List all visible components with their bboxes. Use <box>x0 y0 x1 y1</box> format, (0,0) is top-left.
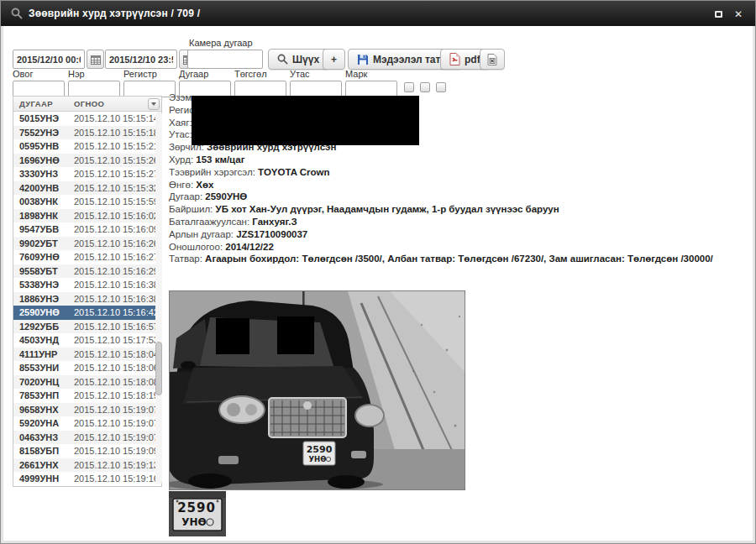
detail-value: 2014/12/22 <box>225 242 274 252</box>
pdf-icon <box>449 53 460 65</box>
datetime-cell: 2015.12.10 15:15:59 <box>74 196 161 207</box>
table-row[interactable]: 4999УНН2015.12.10 15:19:16 <box>13 472 161 486</box>
datetime-cell: 2015.12.10 15:15:14 <box>74 113 161 123</box>
table-row[interactable]: 4503УНД2015.12.10 15:17:53 <box>13 333 161 348</box>
datetime-cell: 2015.12.10 15:16:29 <box>74 266 161 276</box>
maximize-icon <box>715 11 722 18</box>
violation-photo: 2590 УНӨ <box>169 290 465 490</box>
table-row[interactable]: 1898УНК2015.12.10 15:16:02 <box>13 209 161 223</box>
plate-cell: 3330УНЗ <box>13 169 74 179</box>
filter-input-1[interactable] <box>13 81 65 97</box>
calendar-button-from[interactable] <box>87 50 104 69</box>
close-button[interactable]: ✕ <box>732 8 745 21</box>
filter-label-1: Овог <box>13 69 65 79</box>
plate-table-body: 5015УНЭ2015.12.10 15:15:147552УНЭ2015.12… <box>13 112 161 486</box>
datetime-cell: 2015.12.10 15:17:53 <box>74 335 161 345</box>
plate-cell: 2661УНХ <box>13 460 74 470</box>
column-header-plate[interactable]: ДУГААР <box>13 99 74 108</box>
detail-label: Тээврийн хэрэгсэл: <box>169 167 258 177</box>
detail-label: Регис <box>169 105 194 115</box>
plate-cell: 7853УНП <box>13 390 74 400</box>
detail-line: Байршил: УБ хот Хан-Уул дүүрэг, Наадамчд… <box>169 203 752 216</box>
column-menu-button[interactable] <box>148 98 160 110</box>
datetime-cell: 2015.12.10 15:15:21 <box>74 141 161 151</box>
datetime-cell: 2015.12.10 15:15:18 <box>74 128 161 138</box>
datetime-cell: 2015.12.10 15:19:09 <box>74 446 161 456</box>
filter-button-label: Шүүх <box>292 54 319 65</box>
maximize-button[interactable] <box>711 8 725 21</box>
table-row[interactable]: 2590УНӨ2015.12.10 15:16:42 <box>13 306 161 320</box>
datetime-cell: 2015.12.10 15:16:27 <box>74 252 161 262</box>
datetime-cell: 2015.12.10 15:19:16 <box>74 473 161 484</box>
add-button[interactable]: + <box>323 49 345 70</box>
table-row[interactable]: 9558УБТ2015.12.10 15:16:29 <box>13 264 161 279</box>
table-row[interactable]: 0038УНК2015.12.10 15:15:59 <box>13 195 161 209</box>
datetime-cell: 2015.12.10 15:15:26 <box>74 155 161 165</box>
filter-button[interactable]: Шүүх <box>268 49 328 70</box>
table-row[interactable]: 2661УНХ2015.12.10 15:19:13 <box>13 458 161 473</box>
date-to-input[interactable] <box>105 50 177 69</box>
table-row[interactable]: 5920УНА2015.12.10 15:19:07 <box>13 416 161 431</box>
table-row[interactable]: 0595УНВ2015.12.10 15:15:21 <box>13 139 161 154</box>
plate-cell: 1886УНЭ <box>13 294 74 304</box>
table-row[interactable]: 7853УНП2015.12.10 15:18:19 <box>13 389 161 403</box>
pdf-button-label: pdf <box>465 54 480 65</box>
detail-line: Баталгаажуулсан: Ганхуяг.З <box>169 216 752 228</box>
detail-value: 2590УНӨ <box>205 191 247 201</box>
table-row[interactable]: 4200УНВ2015.12.10 15:15:32 <box>13 181 161 196</box>
detail-value: JZS1710090037 <box>236 229 307 239</box>
filter-label-6: Утас <box>290 69 342 79</box>
table-row[interactable]: 7020УНЦ2015.12.10 15:18:08 <box>13 375 161 390</box>
table-row[interactable]: 5015УНЭ2015.12.10 15:15:14 <box>13 112 161 126</box>
table-row[interactable]: 1292УББ2015.12.10 15:16:57 <box>13 320 161 334</box>
filter-label-7: Марк <box>345 69 397 79</box>
table-scrollbar-track[interactable] <box>155 112 162 484</box>
plate-cell: 7552УНЭ <box>13 128 74 138</box>
plate-cell: 9902УБТ <box>13 238 74 248</box>
datetime-cell: 2015.12.10 15:18:19 <box>74 390 161 400</box>
filter-label-5: Төгсгөл <box>234 69 286 79</box>
datetime-cell: 2015.12.10 15:18:04 <box>74 349 161 359</box>
table-row[interactable]: 1696УНӨ2015.12.10 15:15:26 <box>13 154 161 168</box>
detail-line: Өнгө: Хөх <box>169 179 752 191</box>
face-redaction-box <box>277 316 314 354</box>
plate-cell: 1696УНӨ <box>13 155 74 165</box>
table-row[interactable]: 3330УНЗ2015.12.10 15:15:27 <box>13 167 161 181</box>
table-row[interactable]: 9902УБТ2015.12.10 15:16:26 <box>13 237 161 251</box>
datetime-cell: 2015.12.10 15:19:13 <box>74 460 161 470</box>
table-row[interactable]: 9547УБВ2015.12.10 15:16:09 <box>13 222 161 237</box>
svg-text:УНӨ: УНӨ <box>309 455 327 463</box>
table-scrollbar-thumb[interactable] <box>155 342 162 395</box>
date-from-input[interactable] <box>13 50 85 69</box>
plate-cell: 1292УББ <box>13 322 74 332</box>
search-icon <box>277 54 288 65</box>
table-row[interactable]: 7609УНӨ2015.12.10 15:16:27 <box>13 250 161 264</box>
filter-input-2[interactable] <box>68 81 120 97</box>
table-row[interactable]: 8158УБП2015.12.10 15:19:09 <box>13 444 161 458</box>
datetime-cell: 2015.12.10 15:16:57 <box>74 322 161 332</box>
table-row[interactable]: 5338УНЭ2015.12.10 15:16:38 <box>13 278 161 292</box>
plate-cell: 9547УБВ <box>13 224 74 234</box>
export-button[interactable] <box>480 49 505 70</box>
detail-label: Эзэм <box>169 92 192 102</box>
search-icon <box>11 8 23 19</box>
window-title: Зөөврийн хурд хэтрүүлсэн / 709 / <box>29 8 200 19</box>
title-bar: Зөөврийн хурд хэтрүүлсэн / 709 / ✕ <box>1 1 755 26</box>
detail-value: 153 км/цаг <box>196 154 244 165</box>
datetime-cell: 2015.12.10 15:19:07 <box>74 405 161 415</box>
export-document-icon <box>487 54 497 65</box>
table-row[interactable]: 4111УНР2015.12.10 15:18:04 <box>13 348 161 362</box>
table-row[interactable]: 1886УНЭ2015.12.10 15:16:38 <box>13 292 161 306</box>
chevron-down-icon <box>151 102 156 106</box>
detail-label: Утас: <box>169 129 192 139</box>
plate-cell: 7020УНЦ <box>13 377 74 387</box>
table-header: ДУГААР ОГНОО <box>13 97 161 112</box>
table-row[interactable]: 0463УНЗ2015.12.10 15:19:07 <box>13 431 161 445</box>
table-row[interactable]: 9658УНХ2015.12.10 15:19:07 <box>13 403 161 417</box>
table-row[interactable]: 8553УНИ2015.12.10 15:18:06 <box>13 361 161 375</box>
table-row[interactable]: 7552УНЭ2015.12.10 15:15:18 <box>13 126 161 140</box>
camera-number-input[interactable] <box>187 50 263 69</box>
detail-label: Байршил: <box>169 204 216 214</box>
svg-text:2590: 2590 <box>177 500 216 515</box>
filter-input-3[interactable] <box>123 81 176 97</box>
